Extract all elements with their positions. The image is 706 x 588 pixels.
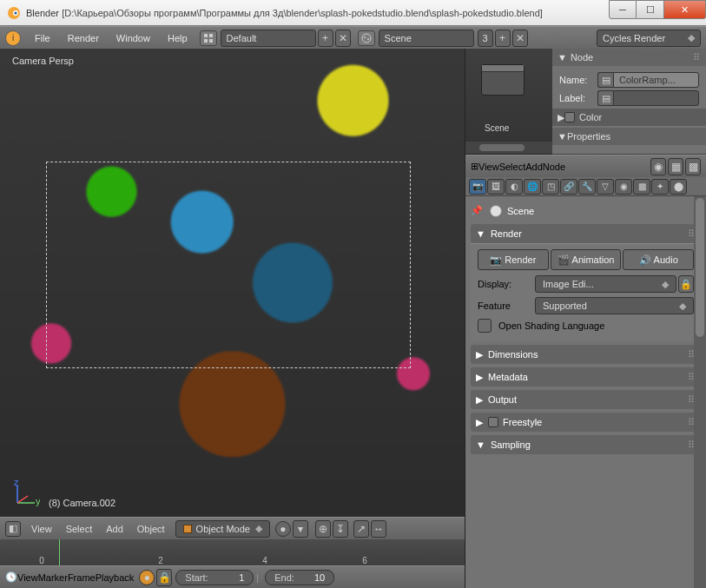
vp-menu-view[interactable]: View [24,521,59,537]
node-scrollbar[interactable] [465,142,552,154]
ne-menu-select[interactable]: Select [499,162,526,172]
node-properties-section[interactable]: ▼Properties [552,128,706,145]
minimize-button[interactable]: ─ [609,0,637,19]
pin-icon[interactable]: 📌 [471,205,483,217]
timeline-cursor[interactable] [59,539,60,565]
autokey-lock-icon[interactable]: 🔒 [156,569,172,586]
render-button[interactable]: 📷Render [478,249,549,270]
context-modifiers-icon[interactable]: 🔧 [578,179,596,195]
render-engine-dropdown[interactable]: Cycles Render◆ [597,30,701,47]
color-swatch[interactable] [564,112,575,122]
context-render-icon[interactable]: 📷 [469,179,486,195]
node-rect[interactable] [481,64,525,96]
vp-menu-select[interactable]: Select [59,521,100,537]
output-panel-header[interactable]: ▶Output⠿ [471,390,701,409]
start-frame-field[interactable]: Start:1 [175,570,254,585]
properties-scroll-thumb[interactable] [696,198,704,337]
shading-dropdown-icon[interactable]: ▾ [293,520,308,538]
layout-browse-icon[interactable] [200,30,217,46]
context-scene-icon[interactable]: ◐ [505,179,523,195]
pivot-icon[interactable]: ⊕ [315,520,331,538]
3d-viewport[interactable]: Camera Persp z y (8) Camera.002 [0,49,465,517]
node-panel-header[interactable]: ▼Node⠿ [552,49,706,66]
context-data-icon[interactable]: ▽ [597,179,614,195]
metadata-panel-header[interactable]: ▶Metadata⠿ [471,367,701,386]
tl-menu-view[interactable]: View [17,572,38,583]
timeline-ruler[interactable]: 0 2 4 6 [0,539,465,565]
context-constraints-icon[interactable]: 🔗 [560,179,577,195]
context-object-icon[interactable]: ◳ [542,179,559,195]
osl-checkbox[interactable] [478,319,492,333]
properties-scrollbar[interactable] [694,196,706,588]
node-canvas[interactable]: Scene [465,49,552,142]
dimensions-panel-header[interactable]: ▶Dimensions⠿ [471,345,701,364]
speaker-icon: 🔊 [639,254,651,266]
tl-menu-playback[interactable]: Playback [96,572,135,583]
sampling-panel-header[interactable]: ▼Sampling⠿ [471,435,701,454]
context-physics-icon[interactable]: ⬤ [670,179,687,195]
menu-window[interactable]: Window [108,30,159,46]
scene-delete-button[interactable]: ✕ [512,30,528,47]
screen-layout-delete-button[interactable]: ✕ [335,30,351,47]
ne-menu-node[interactable]: Node [543,162,565,172]
scene-users-count[interactable]: 3 [478,30,493,47]
scene-dropdown[interactable]: Scene [379,30,474,47]
tl-menu-marker[interactable]: Marker [38,572,68,583]
manipulator-translate-icon[interactable]: ↔ [371,520,386,538]
scene-browse-icon[interactable] [358,30,375,46]
grip-icon[interactable]: ⠿ [693,52,701,63]
context-particles-icon[interactable]: ✦ [651,179,669,195]
scene-add-button[interactable]: + [495,30,511,47]
node-editor[interactable]: Scene [465,49,552,155]
vp-menu-add[interactable]: Add [99,521,130,537]
close-button[interactable]: ✕ [664,0,706,19]
node-label-field[interactable] [613,90,699,106]
node-name-field[interactable]: ColorRamp... [613,72,699,88]
screen-layout-add-button[interactable]: + [318,30,333,47]
menu-render[interactable]: Render [59,30,108,46]
ne-menu-view[interactable]: View [478,162,499,172]
timeline-area[interactable]: 0 2 4 6 [0,539,465,565]
menu-file[interactable]: File [26,30,59,46]
node-tree-type-texture-icon[interactable]: ▩ [685,158,701,175]
freestyle-checkbox[interactable] [488,417,498,427]
freestyle-panel-header[interactable]: ▶Freestyle⠿ [471,413,701,432]
maximize-button[interactable]: ☐ [637,0,664,19]
node-label-icon[interactable]: ▤ [597,90,613,106]
autokey-record-icon[interactable]: ● [139,570,155,585]
context-texture-icon[interactable]: ▩ [633,179,650,195]
mode-dropdown[interactable]: Object Mode◆ [175,520,270,538]
shading-icon[interactable]: ● [275,521,291,537]
editor-type-timeline-icon[interactable]: 🕓 [5,571,17,583]
context-world-icon[interactable]: 🌐 [524,179,541,195]
editor-type-icon[interactable]: i [5,30,21,46]
node-scroll-thumb[interactable] [479,144,525,151]
chevron-right-icon: ▶ [558,112,564,123]
ne-menu-add[interactable]: Add [525,162,543,172]
render-panel-header[interactable]: ▼Render⠿ [471,224,701,243]
feature-set-dropdown[interactable]: Supported◆ [535,297,694,314]
end-frame-field[interactable]: End:10 [265,570,334,585]
node-browse-icon[interactable]: ▤ [597,72,613,88]
lock-interface-icon[interactable]: 🔒 [678,275,694,293]
tl-menu-frame[interactable]: Frame [68,572,96,583]
display-dropdown[interactable]: Image Edi...◆ [535,275,676,293]
context-render-layers-icon[interactable]: 🖼 [487,179,505,195]
screen-layout-dropdown[interactable]: Default [221,30,316,47]
node-color-section[interactable]: ▶Color [552,109,706,126]
menu-help[interactable]: Help [159,30,196,46]
vp-menu-object[interactable]: Object [130,521,172,537]
animation-button[interactable]: 🎬Animation [551,249,622,270]
node-tree-type-compositor-icon[interactable]: ▦ [668,158,683,175]
context-material-icon[interactable]: ◉ [615,179,632,195]
editor-type-node-icon[interactable]: ⊞ [471,161,478,172]
breadcrumb-scene[interactable]: Scene [507,206,534,216]
camera-icon: 📷 [490,254,502,266]
main-area: Camera Persp z y (8) Camera.002 ◧ View S… [0,49,706,588]
pivot-align-icon[interactable]: ↧ [333,520,348,538]
editor-type-3dview-icon[interactable]: ◧ [5,521,21,537]
node-tree-type-shader-icon[interactable]: ◉ [650,158,666,175]
chevron-down-icon: ▼ [558,131,567,142]
manipulator-icon[interactable]: ↗ [353,520,369,538]
audio-button[interactable]: 🔊Audio [623,249,694,270]
